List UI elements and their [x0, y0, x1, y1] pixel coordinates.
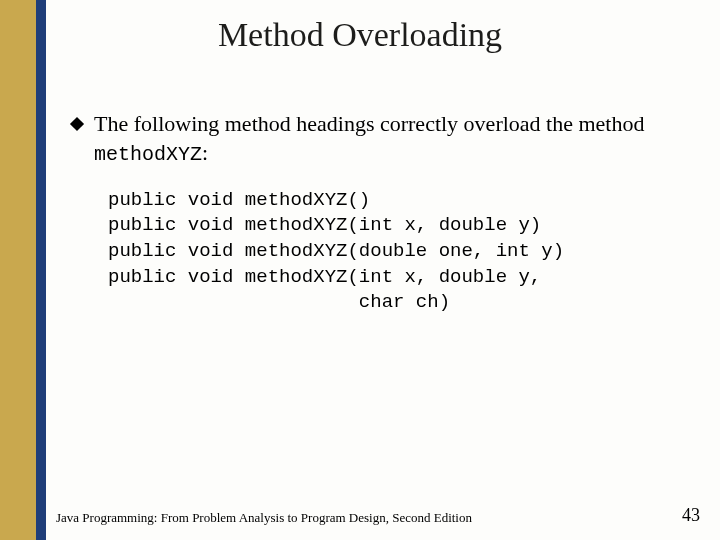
method-name-inline: methodXYZ	[94, 143, 202, 166]
footer: Java Programming: From Problem Analysis …	[56, 505, 700, 526]
page-title: Method Overloading	[0, 16, 720, 54]
bullet-text: The following method headings correctly …	[94, 110, 690, 168]
bullet-item: The following method headings correctly …	[72, 110, 690, 168]
footer-text: Java Programming: From Problem Analysis …	[56, 510, 472, 526]
bullet-prefix: The following method headings correctly …	[94, 111, 644, 136]
bullet-suffix: :	[202, 140, 208, 165]
content-area: The following method headings correctly …	[72, 110, 690, 316]
code-block: public void methodXYZ() public void meth…	[108, 188, 690, 316]
page-number: 43	[682, 505, 700, 526]
diamond-bullet-icon	[70, 117, 84, 131]
left-border-blue	[36, 0, 46, 540]
left-border-gold	[0, 0, 36, 540]
